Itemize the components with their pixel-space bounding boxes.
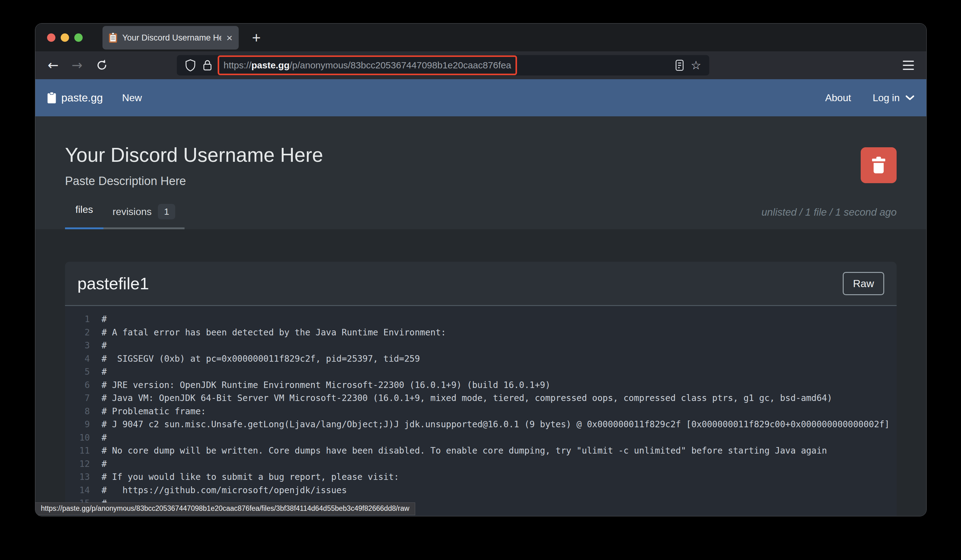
- line-text: # Java VM: OpenJDK 64-Bit Server VM Micr…: [101, 392, 832, 405]
- zoom-window-button[interactable]: [74, 34, 83, 42]
- browser-toolbar: ← →: [35, 51, 926, 79]
- close-window-button[interactable]: [47, 34, 55, 42]
- line-number: 3: [65, 339, 90, 352]
- nav-new-link[interactable]: New: [122, 92, 142, 104]
- line-number: 12: [65, 457, 90, 471]
- forward-button: →: [72, 59, 82, 72]
- url-text[interactable]: https://paste.gg/p/anonymous/83bcc205367…: [223, 60, 511, 71]
- code-line: 10 #: [65, 431, 897, 444]
- url-bar[interactable]: https://paste.gg/p/anonymous/83bcc205367…: [177, 55, 709, 75]
- site-navbar: paste.gg New About Log in: [35, 79, 926, 116]
- reader-mode-icon[interactable]: [675, 59, 684, 71]
- chevron-down-icon: [905, 95, 914, 101]
- code-viewer[interactable]: 1 # 2 # A fatal error has been detected …: [65, 306, 897, 517]
- browser-titlebar: Your Discord Username Here · p × +: [35, 24, 926, 51]
- code-line: 9 # J 9047 c2 sun.misc.Unsafe.getLong(Lj…: [65, 418, 897, 431]
- file-name: pastefile1: [77, 274, 149, 293]
- line-text: # A fatal error has been detected by the…: [101, 326, 446, 339]
- code-line: 1 #: [65, 313, 897, 326]
- back-button[interactable]: ←: [48, 59, 58, 72]
- code-line: 4 # SIGSEGV (0xb) at pc=0x000000011f829c…: [65, 352, 897, 366]
- nav-login-menu[interactable]: Log in: [873, 92, 914, 104]
- code-line: 11 # No core dump will be written. Core …: [65, 444, 897, 457]
- trash-icon: [870, 156, 887, 175]
- line-number: 4: [65, 352, 90, 366]
- url-annotation-highlight: https://paste.gg/p/anonymous/83bcc205367…: [218, 55, 517, 75]
- tab-close-icon[interactable]: ×: [226, 32, 233, 43]
- web-page: paste.gg New About Log in Your Discord U…: [35, 79, 926, 516]
- code-line: 2 # A fatal error has been detected by t…: [65, 326, 897, 339]
- site-brand[interactable]: paste.gg: [47, 91, 103, 104]
- code-line: 7 # Java VM: OpenJDK 64-Bit Server VM Mi…: [65, 392, 897, 405]
- code-line: 12 #: [65, 457, 897, 471]
- revisions-count-badge: 1: [158, 204, 175, 219]
- paste-header: Your Discord Username Here Paste Descrip…: [35, 116, 926, 229]
- bookmark-star-icon[interactable]: ☆: [691, 59, 701, 71]
- paste-title: Your Discord Username Here: [65, 116, 897, 167]
- browser-window: Your Discord Username Here · p × + ← →: [35, 23, 927, 517]
- line-text: # J 9047 c2 sun.misc.Unsafe.getLong(Ljav…: [101, 418, 889, 431]
- login-label: Log in: [873, 92, 900, 104]
- line-number: 14: [65, 484, 90, 497]
- new-tab-button[interactable]: +: [252, 29, 261, 46]
- line-number: 7: [65, 392, 90, 405]
- line-number: 11: [65, 444, 90, 457]
- paste-content: pastefile1 Raw 1 # 2 # A fatal error has…: [35, 262, 926, 517]
- line-text: #: [101, 431, 107, 444]
- line-text: # If you would like to submit a bug repo…: [101, 470, 399, 484]
- file-card-header: pastefile1 Raw: [65, 262, 897, 306]
- line-number: 10: [65, 431, 90, 444]
- nav-about-link[interactable]: About: [825, 92, 851, 104]
- clipboard-favicon-icon: [109, 32, 117, 43]
- lock-icon[interactable]: [203, 59, 212, 71]
- line-number: 2: [65, 326, 90, 339]
- brand-label: paste.gg: [61, 91, 103, 104]
- line-number: 6: [65, 379, 90, 392]
- shield-icon[interactable]: [185, 59, 196, 71]
- menu-hamburger-icon[interactable]: [903, 61, 914, 70]
- line-number: 9: [65, 418, 90, 431]
- clipboard-brand-icon: [47, 92, 56, 104]
- reload-button[interactable]: [95, 59, 108, 72]
- line-text: # Problematic frame:: [101, 405, 206, 418]
- line-text: #: [101, 366, 107, 379]
- code-line: 8 # Problematic frame:: [65, 405, 897, 418]
- line-text: # No core dump will be written. Core dum…: [101, 444, 827, 457]
- raw-button[interactable]: Raw: [843, 272, 884, 295]
- code-line: 5 #: [65, 366, 897, 379]
- status-bar-url: https://paste.gg/p/anonymous/83bcc205367…: [35, 502, 415, 515]
- code-lines: 1 # 2 # A fatal error has been detected …: [65, 313, 897, 510]
- line-text: # https://github.com/microsoft/openjdk/i…: [101, 484, 347, 497]
- paste-meta: unlisted / 1 file / 1 second ago: [761, 206, 897, 218]
- paste-tabs: files revisions 1: [65, 204, 185, 229]
- line-number: 13: [65, 470, 90, 484]
- code-line: 6 # JRE version: OpenJDK Runtime Environ…: [65, 379, 897, 392]
- line-text: #: [101, 457, 107, 471]
- traffic-lights: [47, 34, 83, 42]
- minimize-window-button[interactable]: [61, 34, 69, 42]
- paste-description: Paste Description Here: [65, 175, 897, 188]
- line-text: # SIGSEGV (0xb) at pc=0x000000011f829c2f…: [101, 352, 420, 366]
- delete-paste-button[interactable]: [861, 147, 897, 183]
- desktop: { "browser": { "tab": { "favicon": "clip…: [0, 0, 961, 560]
- line-text: # JRE version: OpenJDK Runtime Environme…: [101, 379, 550, 392]
- code-line: 13 # If you would like to submit a bug r…: [65, 470, 897, 484]
- code-line: 3 #: [65, 339, 897, 352]
- line-number: 8: [65, 405, 90, 418]
- tab-revisions[interactable]: revisions 1: [103, 204, 185, 229]
- code-line: 14 # https://github.com/microsoft/openjd…: [65, 484, 897, 497]
- line-number: 1: [65, 313, 90, 326]
- tab-title: Your Discord Username Here · p: [122, 33, 221, 43]
- tab-revisions-label: revisions: [113, 206, 152, 218]
- line-text: #: [101, 339, 107, 352]
- paste-file-card: pastefile1 Raw 1 # 2 # A fatal error has…: [65, 262, 897, 517]
- tab-files[interactable]: files: [65, 204, 103, 229]
- line-text: #: [101, 313, 107, 326]
- line-number: 5: [65, 366, 90, 379]
- browser-tab[interactable]: Your Discord Username Here · p ×: [103, 26, 239, 50]
